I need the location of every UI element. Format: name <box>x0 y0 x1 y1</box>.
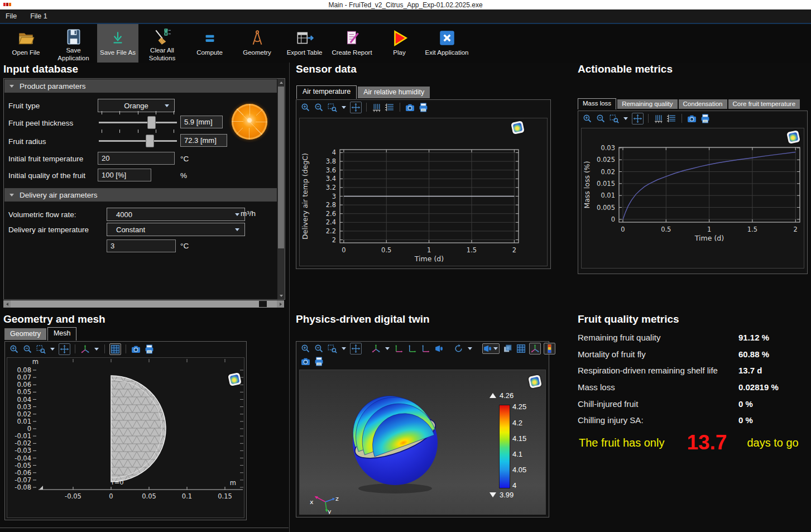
slider-thumb[interactable] <box>146 135 154 147</box>
air-temp-input[interactable]: 3 <box>107 239 176 252</box>
slider-thumb[interactable] <box>147 116 156 129</box>
product-parameters-header[interactable]: Product parameters <box>4 79 277 93</box>
vertical-splitter[interactable] <box>289 63 290 532</box>
initial-quality-input[interactable]: 100 [%] <box>98 169 151 181</box>
show-colorbar-button[interactable] <box>544 343 555 354</box>
peel-thickness-slider[interactable] <box>99 116 177 128</box>
fruit-radius-value: 72.3 [mm] <box>180 134 227 147</box>
menu-file[interactable]: File <box>6 12 17 20</box>
twin-toolbar-row2 <box>296 355 549 367</box>
svg-text:-0.06: -0.06 <box>15 469 31 477</box>
play-icon <box>390 27 409 49</box>
zoom-out-button[interactable] <box>22 344 33 354</box>
initial-temp-input[interactable]: 20 <box>98 152 175 165</box>
zoom-extents-button[interactable] <box>632 113 644 124</box>
zoom-out-button[interactable] <box>596 113 606 124</box>
show-grid-button[interactable] <box>109 343 121 355</box>
view-xz-button[interactable] <box>420 343 431 354</box>
tab-mass-loss[interactable]: Mass loss <box>578 98 616 109</box>
vertical-scrollbar[interactable] <box>277 79 285 299</box>
scroll-down-arrow[interactable] <box>277 292 285 299</box>
delivery-air-header[interactable]: Delivery air parameters <box>4 188 277 202</box>
horizontal-splitter[interactable] <box>0 528 289 528</box>
fruit-type-dropdown[interactable]: Orange <box>98 99 175 112</box>
zoom-box-button[interactable] <box>327 343 338 354</box>
zoom-in-button[interactable] <box>582 113 593 124</box>
tab-geometry[interactable]: Geometry <box>4 328 46 340</box>
print-button[interactable] <box>418 102 429 113</box>
zoom-in-button[interactable] <box>300 102 311 113</box>
snapshot-button[interactable] <box>687 113 697 124</box>
tab-air-relative-humidity[interactable]: Air relative humidity <box>358 87 430 98</box>
chevron-down-icon[interactable] <box>385 347 390 350</box>
y-axis-log-button[interactable] <box>385 102 395 113</box>
scrollbar-thumb[interactable] <box>278 87 284 248</box>
air-temp-mode-dropdown[interactable]: Constant <box>107 223 245 236</box>
exit-application-button[interactable]: Exit Application <box>423 24 471 63</box>
tab-air-temperature[interactable]: Air temperature <box>296 85 357 99</box>
chevron-down-icon[interactable] <box>342 106 346 109</box>
compute-button[interactable]: Compute <box>186 24 233 63</box>
zoom-out-button[interactable] <box>314 102 324 113</box>
view-xy-button[interactable] <box>393 343 404 354</box>
scrollbar-thumb[interactable] <box>259 301 267 307</box>
zoom-extents-button[interactable] <box>59 343 70 355</box>
x-axis-log-button[interactable] <box>653 113 664 124</box>
tab-remaining-quality[interactable]: Remaining quality <box>617 99 677 109</box>
zoom-box-button[interactable] <box>609 113 620 124</box>
tab-condensation[interactable]: Condensation <box>679 99 727 109</box>
scroll-right-arrow[interactable] <box>277 300 284 308</box>
rotate-button[interactable] <box>453 343 464 354</box>
zoom-extents-button[interactable] <box>350 343 362 354</box>
open-file-button[interactable]: Open File <box>2 24 50 63</box>
slider-track[interactable] <box>99 122 177 123</box>
horizontal-scrollbar[interactable] <box>3 300 284 308</box>
chevron-down-icon[interactable] <box>493 347 498 350</box>
zoom-box-button[interactable] <box>327 102 338 113</box>
default-view-button[interactable] <box>434 343 444 354</box>
chevron-down-icon[interactable] <box>94 348 99 351</box>
zoom-box-button[interactable] <box>36 344 46 354</box>
tab-mesh[interactable]: Mesh <box>47 327 77 341</box>
save-application-button[interactable]: Save Application <box>50 24 97 63</box>
geometry-button[interactable]: Geometry <box>233 24 281 63</box>
chevron-down-icon[interactable] <box>50 348 55 351</box>
print-button[interactable] <box>144 344 155 354</box>
transparency-button[interactable] <box>502 343 513 354</box>
show-grid-button[interactable] <box>516 343 526 354</box>
view-yz-button[interactable] <box>407 343 418 354</box>
zoom-extents-button[interactable] <box>350 102 362 113</box>
colorbar-tick: 4.25 <box>512 402 526 411</box>
save-file-as-button[interactable]: Save File As <box>97 24 138 63</box>
twin-3d-view[interactable]: x y z 4.26 4.25 4.2 4.15 4.1 4.05 4 3.99 <box>299 370 546 515</box>
axis-orientation-button[interactable] <box>80 344 90 354</box>
y-axis-log-button[interactable] <box>666 113 677 124</box>
chevron-down-icon[interactable] <box>623 117 628 120</box>
scroll-up-arrow[interactable] <box>277 79 285 86</box>
scene-light-button[interactable] <box>482 343 500 354</box>
snapshot-button[interactable] <box>405 102 415 113</box>
tab-core-fruit-temperature[interactable]: Core fruit temperature <box>728 99 800 109</box>
axis-orientation-button[interactable] <box>371 343 381 354</box>
chevron-down-icon[interactable] <box>468 347 472 350</box>
clear-all-solutions-button[interactable]: Clear All Solutions <box>138 24 186 63</box>
snapshot-button[interactable] <box>300 356 311 367</box>
slider-track[interactable] <box>99 140 177 142</box>
x-axis-log-button[interactable] <box>371 102 382 113</box>
print-button[interactable] <box>314 356 324 367</box>
zoom-out-button[interactable] <box>314 343 324 354</box>
create-report-button[interactable]: Create Report <box>328 24 376 63</box>
chevron-down-icon[interactable] <box>342 347 346 350</box>
svg-text:2.8: 2.8 <box>326 201 336 209</box>
export-table-button[interactable]: Export Table <box>281 24 328 63</box>
scroll-left-arrow[interactable] <box>3 300 11 308</box>
fruit-radius-slider[interactable] <box>99 135 177 147</box>
print-button[interactable] <box>700 113 711 124</box>
snapshot-button[interactable] <box>131 344 141 354</box>
menu-file1[interactable]: File 1 <box>30 12 47 20</box>
zoom-in-button[interactable] <box>9 344 20 354</box>
show-axes-button[interactable] <box>529 343 541 354</box>
flow-rate-dropdown[interactable]: 4000 <box>107 208 245 221</box>
play-button[interactable]: Play <box>376 24 423 63</box>
zoom-in-button[interactable] <box>300 343 311 354</box>
